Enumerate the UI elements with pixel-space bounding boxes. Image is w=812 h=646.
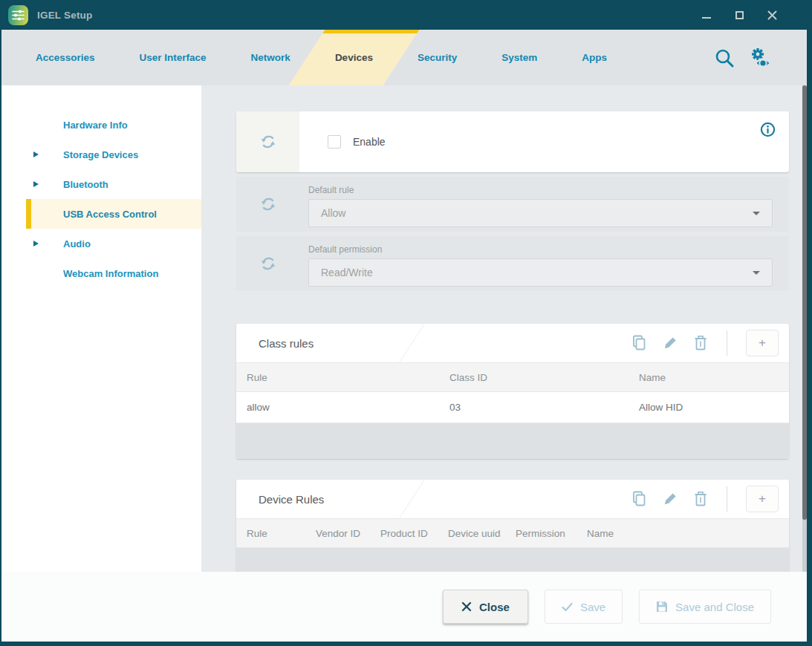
table-empty-area: [236, 548, 789, 572]
info-icon[interactable]: [760, 122, 776, 137]
toolbar-divider: [727, 486, 727, 512]
column-header-product-id[interactable]: Product ID: [380, 528, 448, 539]
search-icon[interactable]: [713, 47, 735, 69]
tab-devices[interactable]: Devices: [313, 30, 395, 85]
class-rules-title: Class rules: [259, 337, 314, 350]
add-device-rule-button[interactable]: +: [746, 486, 779, 512]
column-header-name[interactable]: Name: [587, 528, 789, 539]
default-permission-row: Default permission Read/Write: [236, 236, 789, 291]
save-button[interactable]: Save: [545, 590, 623, 624]
column-header-rule[interactable]: Rule: [247, 528, 316, 539]
tab-bar: Accessories User Interface Network Devic…: [1, 30, 807, 85]
column-header-name[interactable]: Name: [639, 372, 789, 383]
maximize-icon[interactable]: [734, 10, 744, 20]
default-rule-select[interactable]: Allow: [308, 199, 773, 227]
table-empty-area: [236, 423, 789, 459]
sidebar-item-usb-access-control[interactable]: USB Access Control: [26, 199, 201, 229]
enable-checkbox[interactable]: [328, 135, 341, 149]
tab-accessories[interactable]: Accessories: [13, 30, 117, 85]
floppy-disk-icon: [656, 601, 668, 613]
expand-arrow-icon: [33, 241, 39, 247]
device-rules-title: Device Rules: [259, 493, 324, 506]
chevron-down-icon: [753, 271, 760, 275]
expand-arrow-icon: [33, 151, 39, 157]
tab-user-interface[interactable]: User Interface: [117, 30, 229, 85]
reset-parameter-button[interactable]: [236, 236, 299, 291]
sidebar-item-bluetooth[interactable]: Bluetooth: [26, 169, 201, 199]
add-class-rule-button[interactable]: +: [746, 330, 779, 356]
reset-parameter-button[interactable]: [236, 111, 299, 172]
main-area: Hardware Info Storage Devices Bluetooth …: [1, 85, 807, 572]
chevron-down-icon: [753, 212, 760, 215]
window-controls: [701, 10, 807, 20]
setup-view-toggle-icon[interactable]: [747, 46, 774, 70]
save-and-close-button[interactable]: Save and Close: [639, 590, 771, 624]
delete-trash-icon[interactable]: [693, 335, 708, 351]
column-header-permission[interactable]: Permission: [516, 528, 587, 539]
default-permission-label: Default permission: [308, 244, 773, 255]
enable-label: Enable: [353, 136, 386, 148]
footer-bar: Close Save Save and Close: [1, 572, 807, 642]
sidebar-item-storage-devices[interactable]: Storage Devices: [26, 140, 201, 169]
class-rule-table-row[interactable]: allow 03 Allow HID: [236, 392, 789, 423]
titlebar: IGEL Setup: [1, 0, 807, 30]
copy-icon[interactable]: [631, 491, 647, 507]
window-title: IGEL Setup: [37, 10, 93, 21]
class-rules-card: Class rules: [236, 324, 789, 459]
enable-card: Enable: [236, 111, 789, 172]
sidebar: Hardware Info Storage Devices Bluetooth …: [1, 85, 201, 572]
delete-trash-icon[interactable]: [693, 491, 708, 507]
column-header-device-uuid[interactable]: Device uuid: [448, 528, 516, 539]
tab-apps[interactable]: Apps: [559, 30, 629, 85]
minimize-icon[interactable]: [701, 10, 712, 20]
sidebar-item-hardware-info[interactable]: Hardware Info: [26, 110, 201, 140]
edit-pencil-icon[interactable]: [663, 492, 678, 506]
column-header-vendor-id[interactable]: Vendor ID: [316, 528, 380, 539]
close-window-icon[interactable]: [767, 10, 777, 20]
igel-setup-window: IGEL Setup Accessories User Interface Ne…: [0, 0, 812, 646]
column-header-rule[interactable]: Rule: [247, 372, 449, 383]
toolbar-divider: [727, 330, 727, 356]
tab-system[interactable]: System: [479, 30, 559, 85]
default-rule-row: Default rule Allow: [236, 177, 789, 232]
sidebar-item-webcam-information[interactable]: Webcam Information: [26, 258, 201, 288]
column-header-class-id[interactable]: Class ID: [449, 372, 639, 383]
sidebar-item-audio[interactable]: Audio: [26, 229, 201, 258]
scrollbar-thumb[interactable]: [802, 85, 807, 520]
app-logo-icon: [8, 5, 28, 25]
device-rules-card: Device Rules: [236, 480, 789, 572]
checkmark-icon: [562, 602, 573, 612]
default-permission-select[interactable]: Read/Write: [308, 258, 773, 287]
close-button[interactable]: Close: [443, 590, 528, 624]
reset-parameter-button[interactable]: [236, 177, 299, 232]
close-x-icon: [461, 601, 472, 612]
edit-pencil-icon[interactable]: [663, 336, 678, 350]
copy-icon[interactable]: [631, 335, 647, 351]
vertical-scrollbar[interactable]: [802, 85, 807, 572]
default-rule-label: Default rule: [308, 185, 773, 195]
expand-arrow-icon: [33, 181, 39, 187]
settings-panel: Enable: [201, 85, 802, 572]
